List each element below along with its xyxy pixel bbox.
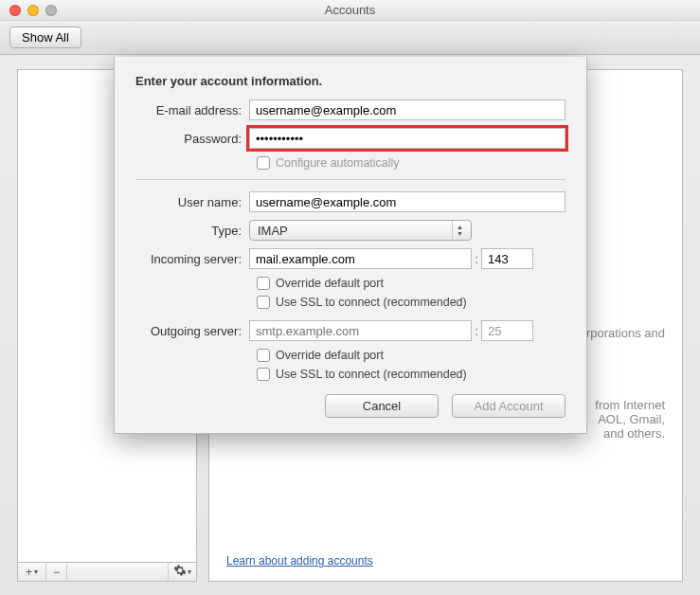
- override-port-label: Override default port: [276, 277, 384, 290]
- incoming-port-field[interactable]: [481, 248, 533, 269]
- incoming-override-port-checkbox[interactable]: [257, 277, 270, 290]
- password-label: Password:: [135, 132, 249, 146]
- colon: :: [472, 324, 481, 338]
- zoom-icon: [45, 5, 57, 16]
- sidebar-footer: + ▾ − ▾: [17, 563, 197, 582]
- gear-icon: [173, 564, 187, 580]
- actions-menu-button[interactable]: ▾: [168, 563, 196, 581]
- minimize-icon[interactable]: [27, 5, 39, 16]
- outgoing-override-port-checkbox[interactable]: [257, 349, 270, 362]
- type-select[interactable]: IMAP ▲▼: [249, 220, 472, 241]
- type-value: IMAP: [258, 224, 288, 238]
- show-all-button[interactable]: Show All: [9, 27, 81, 48]
- minus-icon: −: [53, 566, 60, 579]
- use-ssl-label: Use SSL to connect (recommended): [276, 296, 467, 309]
- account-setup-sheet: Enter your account information. E-mail a…: [114, 57, 587, 434]
- add-account-button[interactable]: Add Account: [452, 394, 565, 418]
- email-label: E-mail address:: [135, 103, 249, 117]
- toolbar: Show All: [0, 21, 700, 55]
- outgoing-ssl-checkbox[interactable]: [257, 368, 270, 381]
- updown-icon: ▲▼: [452, 221, 467, 240]
- type-label: Type:: [135, 224, 249, 238]
- password-field[interactable]: [249, 128, 565, 149]
- footer-spacer: [67, 563, 168, 581]
- sheet-title: Enter your account information.: [135, 74, 565, 88]
- cancel-button[interactable]: Cancel: [325, 394, 439, 418]
- incoming-ssl-checkbox[interactable]: [257, 296, 270, 309]
- outgoing-server-field[interactable]: [249, 320, 472, 341]
- override-port-label: Override default port: [276, 349, 384, 362]
- username-field[interactable]: [249, 191, 565, 212]
- incoming-label: Incoming server:: [135, 252, 249, 266]
- outgoing-label: Outgoing server:: [135, 324, 249, 338]
- learn-more-link[interactable]: Learn about adding accounts: [226, 554, 373, 568]
- username-label: User name:: [135, 195, 249, 209]
- chevron-down-icon: ▾: [188, 568, 191, 576]
- close-icon[interactable]: [9, 5, 21, 16]
- colon: :: [472, 252, 481, 266]
- separator: [135, 179, 565, 180]
- incoming-server-field[interactable]: [249, 248, 472, 269]
- remove-account-button[interactable]: −: [46, 563, 67, 581]
- use-ssl-label: Use SSL to connect (recommended): [276, 368, 467, 381]
- plus-icon: +: [26, 566, 32, 579]
- configure-auto-label: Configure automatically: [276, 156, 400, 170]
- chevron-down-icon: ▾: [34, 568, 38, 576]
- titlebar: Accounts: [0, 0, 700, 21]
- traffic-lights: [9, 5, 57, 16]
- window-title: Accounts: [0, 3, 700, 17]
- add-account-button[interactable]: + ▾: [18, 563, 46, 581]
- preferences-window: Accounts Show All + ▾ − ▾ select an acco…: [0, 0, 700, 595]
- configure-auto-checkbox[interactable]: [257, 156, 270, 170]
- outgoing-port-field[interactable]: [481, 320, 533, 341]
- email-field[interactable]: [249, 99, 565, 120]
